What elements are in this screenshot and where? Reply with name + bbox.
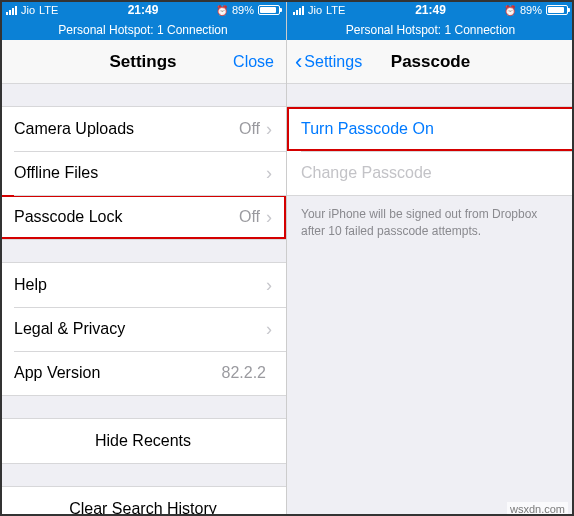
row-value: Off xyxy=(239,208,260,226)
settings-list: Camera Uploads Off › Offline Files › Pas… xyxy=(0,84,286,516)
carrier-label: Jio xyxy=(21,4,35,16)
status-bar: Jio LTE 21:49 ⏰ 89% xyxy=(0,0,286,20)
row-label: Change Passcode xyxy=(301,164,432,182)
right-screenshot: Jio LTE 21:49 ⏰ 89% Personal Hotspot: 1 … xyxy=(287,0,574,516)
passcode-note: Your iPhone will be signed out from Drop… xyxy=(287,196,574,250)
row-value: Off xyxy=(239,120,260,138)
watermark: wsxdn.com xyxy=(507,502,568,516)
close-button[interactable]: Close xyxy=(233,53,274,71)
network-label: LTE xyxy=(39,4,58,16)
status-carrier: Jio LTE xyxy=(6,4,58,16)
status-carrier: Jio LTE xyxy=(293,4,345,16)
row-label: Hide Recents xyxy=(95,432,191,450)
battery-icon xyxy=(546,5,568,15)
signal-bars-icon xyxy=(293,6,304,15)
row-passcode-lock[interactable]: Passcode Lock Off › xyxy=(0,195,286,239)
chevron-right-icon: › xyxy=(266,119,272,140)
row-turn-passcode-on[interactable]: Turn Passcode On xyxy=(287,107,574,151)
row-change-passcode: Change Passcode xyxy=(287,151,574,195)
row-help[interactable]: Help › xyxy=(0,263,286,307)
row-app-version: App Version 82.2.2 xyxy=(0,351,286,395)
status-time: 21:49 xyxy=(415,3,446,17)
row-label: Offline Files xyxy=(14,164,98,182)
chevron-right-icon: › xyxy=(266,319,272,340)
row-legal[interactable]: Legal & Privacy › xyxy=(0,307,286,351)
row-label: Turn Passcode On xyxy=(301,120,434,138)
row-label: Help xyxy=(14,276,47,294)
chevron-left-icon: ‹ xyxy=(295,51,302,73)
row-hide-recents[interactable]: Hide Recents xyxy=(0,419,286,463)
row-label: Passcode Lock xyxy=(14,208,123,226)
page-title: Passcode xyxy=(391,52,470,72)
nav-bar: ‹ Settings Passcode xyxy=(287,40,574,84)
row-value: 82.2.2 xyxy=(222,364,266,382)
chevron-right-icon: › xyxy=(266,275,272,296)
hotspot-banner[interactable]: Personal Hotspot: 1 Connection xyxy=(0,20,286,40)
page-title: Settings xyxy=(109,52,176,72)
chevron-right-icon: › xyxy=(266,163,272,184)
row-label: Camera Uploads xyxy=(14,120,134,138)
back-button[interactable]: ‹ Settings xyxy=(295,51,362,73)
passcode-list: Turn Passcode On Change Passcode Your iP… xyxy=(287,84,574,250)
chevron-right-icon: › xyxy=(266,207,272,228)
row-offline-files[interactable]: Offline Files › xyxy=(0,151,286,195)
row-camera-uploads[interactable]: Camera Uploads Off › xyxy=(0,107,286,151)
left-screenshot: Jio LTE 21:49 ⏰ 89% Personal Hotspot: 1 … xyxy=(0,0,287,516)
row-clear-search[interactable]: Clear Search History xyxy=(0,487,286,516)
alarm-icon: ⏰ xyxy=(216,5,228,16)
back-label: Settings xyxy=(304,53,362,71)
battery-percent: 89% xyxy=(232,4,254,16)
hotspot-banner[interactable]: Personal Hotspot: 1 Connection xyxy=(287,20,574,40)
status-time: 21:49 xyxy=(128,3,159,17)
carrier-label: Jio xyxy=(308,4,322,16)
battery-percent: 89% xyxy=(520,4,542,16)
signal-bars-icon xyxy=(6,6,17,15)
nav-bar: Settings Close xyxy=(0,40,286,84)
status-bar: Jio LTE 21:49 ⏰ 89% xyxy=(287,0,574,20)
alarm-icon: ⏰ xyxy=(504,5,516,16)
battery-icon xyxy=(258,5,280,15)
network-label: LTE xyxy=(326,4,345,16)
row-label: Legal & Privacy xyxy=(14,320,125,338)
row-label: Clear Search History xyxy=(69,500,217,516)
row-label: App Version xyxy=(14,364,100,382)
